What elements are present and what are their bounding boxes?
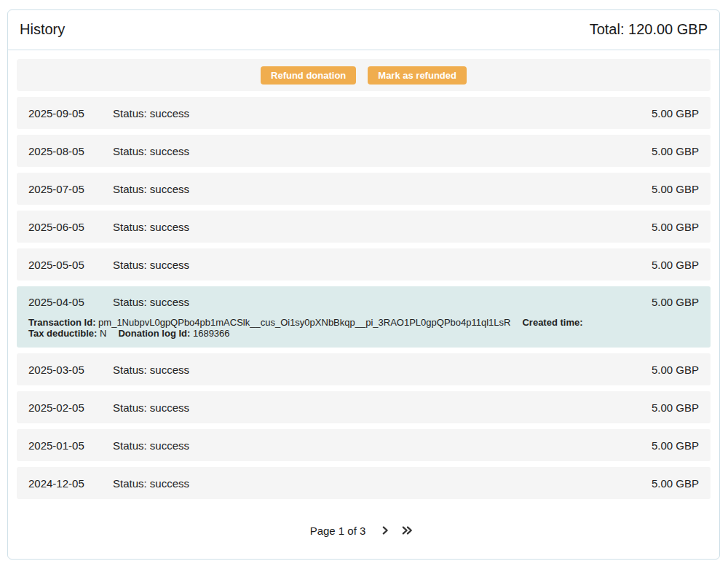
pagination: Page 1 of 3 (17, 505, 711, 544)
history-row[interactable]: 2025-05-05 Status: success 5.00 GBP (17, 248, 711, 280)
row-date: 2024-12-05 (28, 477, 113, 490)
history-row[interactable]: 2025-06-05 Status: success 5.00 GBP (17, 211, 711, 243)
history-panel: History Total: 120.00 GBP Refund donatio… (7, 9, 720, 560)
history-row-main: 2025-03-05 Status: success 5.00 GBP (28, 353, 699, 385)
row-date: 2025-03-05 (28, 364, 113, 376)
double-chevron-right-icon (400, 525, 414, 535)
history-row-main: 2025-07-05 Status: success 5.00 GBP (28, 173, 699, 205)
tax-deductible: Tax deductible: N (28, 328, 106, 339)
row-status: Status: success (113, 364, 652, 376)
row-amount: 5.00 GBP (652, 221, 699, 233)
history-row[interactable]: 2025-02-05 Status: success 5.00 GBP (17, 391, 711, 423)
page-title: History (20, 21, 65, 38)
next-page-button[interactable] (377, 524, 393, 537)
row-date: 2025-08-05 (28, 145, 113, 157)
history-row[interactable]: 2025-08-05 Status: success 5.00 GBP (17, 135, 711, 167)
page: History Total: 120.00 GBP Refund donatio… (0, 0, 728, 569)
history-row-main: 2025-01-05 Status: success 5.00 GBP (28, 429, 699, 461)
created-time: Created time: (522, 317, 582, 328)
history-row[interactable]: 2025-07-05 Status: success 5.00 GBP (17, 173, 711, 205)
row-amount: 5.00 GBP (652, 145, 699, 157)
row-amount: 5.00 GBP (652, 296, 699, 308)
row-date: 2025-04-05 (28, 296, 113, 308)
row-status: Status: success (113, 183, 652, 195)
history-row[interactable]: 2025-01-05 Status: success 5.00 GBP (17, 429, 711, 461)
row-status: Status: success (113, 401, 652, 414)
detail-line-2: Tax deductible: NDonation log Id: 168936… (28, 328, 699, 339)
history-row[interactable]: 2024-12-05 Status: success 5.00 GBP (17, 467, 711, 499)
row-date: 2025-06-05 (28, 221, 113, 233)
history-row-main: 2025-04-05 Status: success 5.00 GBP (28, 286, 699, 317)
row-amount: 5.00 GBP (652, 183, 699, 195)
row-amount: 5.00 GBP (652, 259, 699, 271)
row-status: Status: success (113, 259, 652, 271)
history-row-main: 2025-08-05 Status: success 5.00 GBP (28, 135, 699, 167)
row-date: 2025-01-05 (28, 439, 113, 452)
pagination-label: Page 1 of 3 (310, 525, 366, 537)
mark-as-refunded-button[interactable]: Mark as refunded (368, 66, 467, 85)
history-row-main: 2024-12-05 Status: success 5.00 GBP (28, 467, 699, 499)
row-date: 2025-05-05 (28, 259, 113, 271)
row-status: Status: success (113, 439, 652, 452)
refund-donation-button[interactable]: Refund donation (261, 66, 356, 85)
history-list: 2025-09-05 Status: success 5.00 GBP 2025… (17, 97, 711, 499)
row-amount: 5.00 GBP (652, 364, 699, 376)
row-amount: 5.00 GBP (652, 107, 699, 119)
row-status: Status: success (113, 221, 652, 233)
toolbar: Refund donation Mark as refunded (17, 59, 711, 91)
history-row-main: 2025-05-05 Status: success 5.00 GBP (28, 248, 699, 280)
history-row-main: 2025-09-05 Status: success 5.00 GBP (28, 97, 699, 129)
row-status: Status: success (113, 145, 652, 157)
total-amount: Total: 120.00 GBP (590, 21, 708, 38)
history-row[interactable]: 2025-03-05 Status: success 5.00 GBP (17, 353, 711, 385)
row-status: Status: success (113, 107, 652, 119)
history-row[interactable]: 2025-09-05 Status: success 5.00 GBP (17, 97, 711, 129)
panel-header: History Total: 120.00 GBP (8, 10, 719, 50)
last-page-button[interactable] (397, 524, 417, 537)
row-status: Status: success (113, 477, 652, 490)
row-date: 2025-09-05 (28, 107, 113, 119)
transaction-id: Transaction Id: pm_1NubpvL0gpQPbo4pb1mAC… (28, 317, 510, 328)
row-details: Transaction Id: pm_1NubpvL0gpQPbo4pb1mAC… (28, 317, 699, 348)
panel-body: Refund donation Mark as refunded 2025-09… (8, 50, 719, 553)
row-amount: 5.00 GBP (652, 401, 699, 414)
row-date: 2025-02-05 (28, 401, 113, 414)
row-amount: 5.00 GBP (652, 477, 699, 490)
row-amount: 5.00 GBP (652, 439, 699, 452)
history-row-main: 2025-06-05 Status: success 5.00 GBP (28, 211, 699, 243)
donation-log-id: Donation log Id: 1689366 (118, 328, 229, 339)
history-row[interactable]: 2025-04-05 Status: success 5.00 GBP Tran… (17, 286, 711, 348)
chevron-right-icon (380, 525, 390, 535)
history-row-main: 2025-02-05 Status: success 5.00 GBP (28, 391, 699, 423)
row-date: 2025-07-05 (28, 183, 113, 195)
detail-line-1: Transaction Id: pm_1NubpvL0gpQPbo4pb1mAC… (28, 317, 699, 328)
row-status: Status: success (113, 296, 652, 308)
